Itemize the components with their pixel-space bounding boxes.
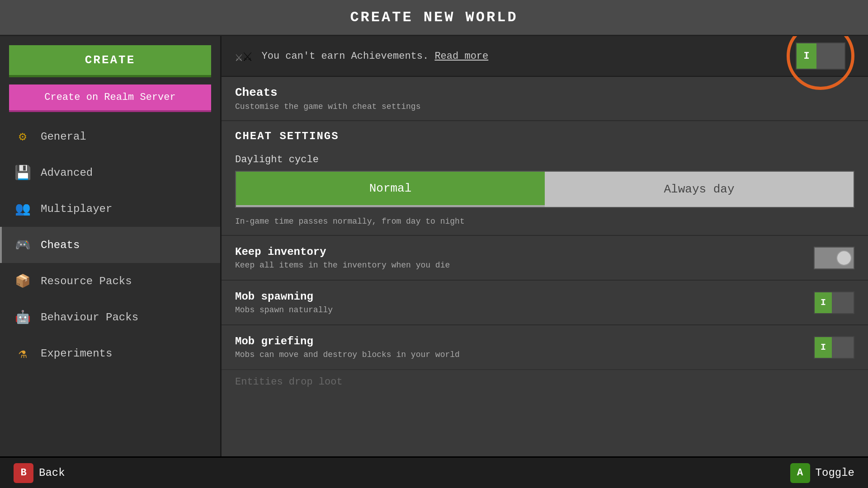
sidebar-item-label: Experiments	[41, 347, 112, 360]
create-button[interactable]: CREATE	[9, 45, 211, 77]
achievement-icon: ⚔	[235, 46, 253, 66]
experiments-icon	[13, 343, 33, 363]
cheats-title: Cheats	[235, 86, 420, 99]
toggle-button[interactable]: A Toggle	[790, 463, 854, 483]
daylight-toggle-group: Normal Always day	[235, 171, 854, 208]
keep-inventory-description: Keep all items in the inventory when you…	[235, 261, 450, 270]
mob-spawning-description: Mobs spawn naturally	[235, 305, 333, 314]
partial-row: Entities drop loot	[222, 369, 868, 394]
keep-inventory-row: Keep inventory Keep all items in the inv…	[222, 235, 868, 280]
sidebar-item-label: Resource Packs	[41, 275, 132, 287]
keep-inventory-toggle[interactable]	[814, 247, 854, 269]
sidebar-item-label: Behaviour Packs	[41, 311, 138, 324]
behaviour-icon	[13, 307, 33, 327]
sidebar-item-cheats[interactable]: Cheats	[0, 227, 220, 263]
achievement-banner: ⚔ You can't earn Achievements. Read more…	[222, 36, 868, 77]
back-button[interactable]: B Back	[14, 463, 65, 483]
daylight-normal-button[interactable]: Normal	[236, 172, 545, 207]
cheats-description: Customise the game with cheat settings	[235, 102, 420, 111]
page-title: CREATE NEW WORLD	[350, 9, 518, 26]
sidebar-item-multiplayer[interactable]: Multiplayer	[0, 191, 220, 227]
cheats-toggle-container: I	[796, 42, 845, 70]
keep-inventory-title: Keep inventory	[235, 246, 450, 258]
sidebar-item-label: Advanced	[41, 167, 93, 179]
cheats-icon	[13, 235, 33, 255]
sidebar-item-resource-packs[interactable]: Resource Packs	[0, 263, 220, 299]
toggle-badge: A	[790, 463, 810, 483]
cheats-main-toggle[interactable]: I	[796, 42, 845, 70]
mob-spawning-text: Mob spawning Mobs spawn naturally	[235, 291, 333, 314]
daylight-description: In-game time passes normally, from day t…	[222, 212, 868, 235]
title-bar: CREATE NEW WORLD	[0, 0, 868, 36]
toggle-circle-off	[836, 250, 852, 266]
mob-spawning-toggle[interactable]: I	[814, 291, 854, 314]
daylight-always-day-button[interactable]: Always day	[545, 172, 854, 207]
cheats-setting-row: Cheats Customise the game with cheat set…	[222, 77, 868, 121]
mob-spawning-title: Mob spawning	[235, 291, 333, 303]
read-more-link[interactable]: Read more	[434, 51, 488, 62]
sidebar-item-experiments[interactable]: Experiments	[0, 335, 220, 371]
mob-griefing-toggle[interactable]: I	[814, 336, 854, 359]
mob-griefing-title: Mob griefing	[235, 335, 460, 347]
create-realm-button[interactable]: Create on Realm Server	[9, 84, 211, 112]
content-area: ⚔ You can't earn Achievements. Read more…	[222, 36, 868, 456]
gear-icon	[13, 127, 33, 146]
bottom-bar: B Back A Toggle	[0, 456, 868, 488]
toggle-on-part: I	[797, 43, 816, 69]
mob-spawning-row: Mob spawning Mobs spawn naturally I	[222, 280, 868, 324]
toggle-on-indicator: I	[815, 292, 832, 313]
sidebar-item-label: Multiplayer	[41, 203, 112, 215]
mob-griefing-description: Mobs can move and destroy blocks in your…	[235, 350, 460, 359]
disk-icon	[13, 163, 33, 183]
sidebar-item-label: General	[41, 131, 86, 143]
toggle-label: Toggle	[816, 467, 854, 479]
daylight-cycle-row: Daylight cycle Normal Always day	[222, 147, 868, 212]
sidebar-item-advanced[interactable]: Advanced	[0, 155, 220, 191]
main-layout: CREATE Create on Realm Server General Ad…	[0, 36, 868, 456]
mob-griefing-row: Mob griefing Mobs can move and destroy b…	[222, 324, 868, 369]
daylight-cycle-label: Daylight cycle	[235, 154, 854, 165]
toggle-on-indicator2: I	[815, 337, 832, 358]
players-icon	[13, 199, 33, 219]
achievement-text: You can't earn Achievements. Read more	[262, 51, 489, 62]
sidebar: CREATE Create on Realm Server General Ad…	[0, 36, 222, 456]
cheat-settings-title: CHEAT SETTINGS	[222, 121, 868, 147]
mob-griefing-text: Mob griefing Mobs can move and destroy b…	[235, 335, 460, 359]
sidebar-item-behaviour-packs[interactable]: Behaviour Packs	[0, 299, 220, 335]
back-badge: B	[14, 463, 33, 483]
sidebar-item-label: Cheats	[41, 239, 80, 251]
cheats-text: Cheats Customise the game with cheat set…	[235, 86, 420, 111]
keep-inventory-text: Keep inventory Keep all items in the inv…	[235, 246, 450, 270]
back-label: Back	[39, 467, 65, 479]
sidebar-item-general[interactable]: General	[0, 118, 220, 155]
resource-icon	[13, 271, 33, 291]
